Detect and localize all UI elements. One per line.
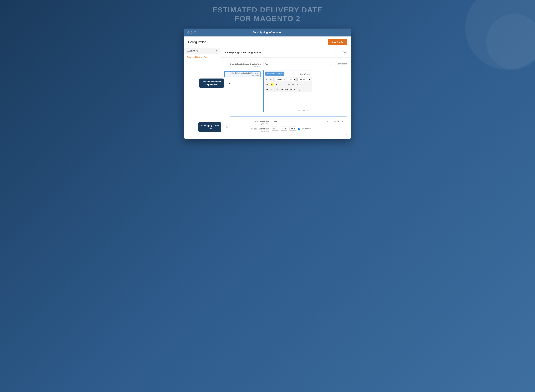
- font-size-select[interactable]: 14px: [287, 78, 296, 81]
- callout-default-shipping: Set default estimatedshipping text: [199, 79, 224, 88]
- toolbar-sep-2: [286, 78, 286, 81]
- form-area: Show Default Estimated Shipping Text [st…: [220, 57, 351, 139]
- italic-btn[interactable]: I: [279, 83, 282, 86]
- align-right-btn[interactable]: ☰: [295, 83, 299, 86]
- page-title: ESTIMATED DELIVERY DATE FOR MAGENTO 2: [213, 5, 322, 23]
- code-btn[interactable]: (x): [297, 88, 301, 91]
- editor-use-website-checkbox[interactable]: [298, 73, 299, 75]
- sidebar-section-header[interactable]: MAGEANTS ∧: [184, 48, 220, 54]
- set-default-shipping-row: Set default estimatedshipping text Set D…: [224, 70, 347, 112]
- config-header: Configuration Save Config: [184, 37, 351, 48]
- browser-dot-3: [194, 31, 196, 33]
- shipping-cutoff-label: Shipping Cut-Off Time [store view]: [233, 126, 269, 132]
- cutoff-use-website: Use Website: [298, 126, 311, 130]
- editor-toolbar-row2: A▾ A▾ B I U ☰ ☰ ☰: [264, 82, 312, 87]
- minute-select[interactable]: 00153045: [281, 126, 287, 131]
- callout-default-shipping-text: Set default estimatedshipping text: [202, 80, 221, 86]
- editor-container: Show / Hide Editor Use Website ↩: [263, 70, 312, 112]
- omega-btn[interactable]: Ω: [289, 88, 293, 91]
- underline-btn[interactable]: U: [282, 83, 285, 86]
- section-collapse-btn[interactable]: ⊖: [343, 51, 347, 55]
- enable-cutoff-control: Yes No ▾ Use Website: [272, 119, 344, 124]
- second-select[interactable]: 0030: [289, 126, 296, 131]
- sidebar-item-estimated-delivery[interactable]: Estimated Delivery Date: [184, 54, 220, 60]
- hour-select[interactable]: 0001020612: [272, 126, 279, 131]
- cutoff-section: Set shipping cut-offtime Enable Cut-Off …: [230, 117, 347, 135]
- callout-cutoff: Set shipping cut-offtime: [198, 122, 221, 132]
- toolbar-sep-4: [286, 83, 286, 86]
- show-default-shipping-label: Show Default Estimated Shipping Text [st…: [224, 62, 260, 68]
- browser-dots: [187, 31, 196, 33]
- editor-toolbar-top: Show / Hide Editor Use Website: [264, 70, 312, 77]
- set-default-shipping-control: Show / Hide Editor Use Website ↩: [263, 70, 347, 112]
- enable-cutoff-row: Enable Cut-Off Time [store view] Yes No …: [233, 119, 344, 125]
- browser-dot-2: [191, 31, 193, 33]
- main-layout: MAGEANTS ∧ Estimated Delivery Date Set S…: [184, 48, 351, 139]
- enable-cutoff-label: Enable Cut-Off Time [store view]: [233, 119, 269, 125]
- show-default-shipping-row: Show Default Estimated Shipping Text [st…: [224, 62, 347, 68]
- set-default-shipping-label: Set Default estimated shipping text [sto…: [224, 70, 260, 77]
- shipping-cutoff-row: Shipping Cut-Off Time [store view] 00010…: [233, 126, 344, 132]
- font-color-btn[interactable]: A▾: [265, 83, 269, 86]
- editor-body[interactable]: [264, 92, 312, 109]
- cutoff-use-website-label: Use Website: [301, 128, 311, 130]
- table-btn[interactable]: ⊞▾: [284, 88, 289, 91]
- shipping-cutoff-control: 0001020612 ▾ : 00153045: [272, 126, 344, 131]
- show-hide-editor-btn[interactable]: Show / Hide Editor: [265, 72, 284, 76]
- callout-arrow-svg: [223, 82, 231, 85]
- redo-btn[interactable]: ↪: [269, 78, 273, 81]
- bg-color-btn[interactable]: A▾: [270, 83, 275, 86]
- editor-toolbar-row1: ↩ ↪ Formats 14px: [264, 77, 312, 82]
- undo-btn[interactable]: ↩: [265, 78, 269, 81]
- minute-select-wrap: 00153045 ▾: [281, 126, 287, 131]
- link-btn[interactable]: 🔗: [275, 88, 279, 91]
- time-colon-1: :: [279, 127, 280, 130]
- enable-cutoff-use-website-label: Use Website: [334, 120, 344, 122]
- browser-dot-1: [187, 31, 189, 33]
- time-colon-2: :: [288, 127, 289, 130]
- ordered-list-btn[interactable]: ≡▾: [265, 88, 269, 91]
- browser-titlebar: Set shipping information: [184, 28, 351, 37]
- second-select-wrap: 0030 ▾: [289, 126, 296, 131]
- svg-marker-3: [227, 126, 228, 128]
- hour-select-wrap: 0001020612 ▾: [272, 126, 279, 131]
- line-height-select[interactable]: Line Height: [298, 78, 311, 81]
- align-center-btn[interactable]: ☰: [291, 83, 295, 86]
- callout-cutoff-text: Set shipping cut-offtime: [201, 124, 219, 130]
- bold-btn[interactable]: B: [275, 83, 278, 86]
- editor-footer: POWERED BY TINY: [264, 109, 312, 112]
- align-left-btn[interactable]: ☰: [287, 83, 291, 86]
- show-default-shipping-control: Yes No ▾ Use Website: [263, 62, 347, 66]
- config-label: Configuration: [188, 40, 206, 44]
- save-config-button[interactable]: Save Config: [328, 39, 347, 45]
- image-btn[interactable]: 🖼: [280, 88, 284, 91]
- browser-window-title: Set shipping information: [253, 31, 282, 34]
- section-title: Set Shipping Date Configuration: [224, 51, 261, 54]
- show-default-shipping-use-website-label: Use Website: [337, 63, 347, 65]
- section-header: Set Shipping Date Configuration ⊖: [220, 48, 351, 57]
- toolbar-sep-1: [273, 78, 274, 81]
- enable-cutoff-select[interactable]: Yes No: [272, 119, 329, 124]
- enable-cutoff-checkbox[interactable]: [331, 120, 333, 122]
- show-default-shipping-use-website: Use Website: [334, 62, 347, 65]
- browser-window: Set shipping information Configuration S…: [184, 28, 351, 139]
- sidebar-section-label: MAGEANTS: [187, 50, 198, 52]
- toolbar-sep-5: [274, 88, 275, 91]
- svg-marker-1: [229, 83, 231, 84]
- editor-use-website: Use Website: [298, 72, 310, 75]
- sidebar-item-label: Estimated Delivery Date: [187, 56, 208, 58]
- time-inputs: 0001020612 ▾ : 00153045: [272, 126, 296, 131]
- callout-cutoff-arrow: [221, 126, 228, 128]
- cutoff-use-website-checkbox[interactable]: [298, 128, 300, 130]
- browser-content: Configuration Save Config MAGEANTS ∧ Est…: [184, 37, 351, 139]
- show-default-shipping-select[interactable]: Yes No: [263, 62, 332, 66]
- unordered-list-btn[interactable]: ≡▾: [270, 88, 274, 91]
- content-area: Set Shipping Date Configuration ⊖ Show D…: [220, 48, 351, 139]
- sidebar-collapse-icon: ∧: [216, 50, 217, 52]
- show-default-shipping-checkbox[interactable]: [334, 63, 336, 65]
- enable-cutoff-use-website: Use Website: [331, 119, 344, 122]
- editor-use-website-label: Use Website: [300, 73, 310, 75]
- editor-toolbar-row3: ≡▾ ≡▾ 🔗 🖼 ⊞▾ Ω ● (x): [264, 87, 312, 92]
- bullet-btn[interactable]: ●: [293, 88, 296, 91]
- formats-select[interactable]: Formats: [274, 78, 285, 81]
